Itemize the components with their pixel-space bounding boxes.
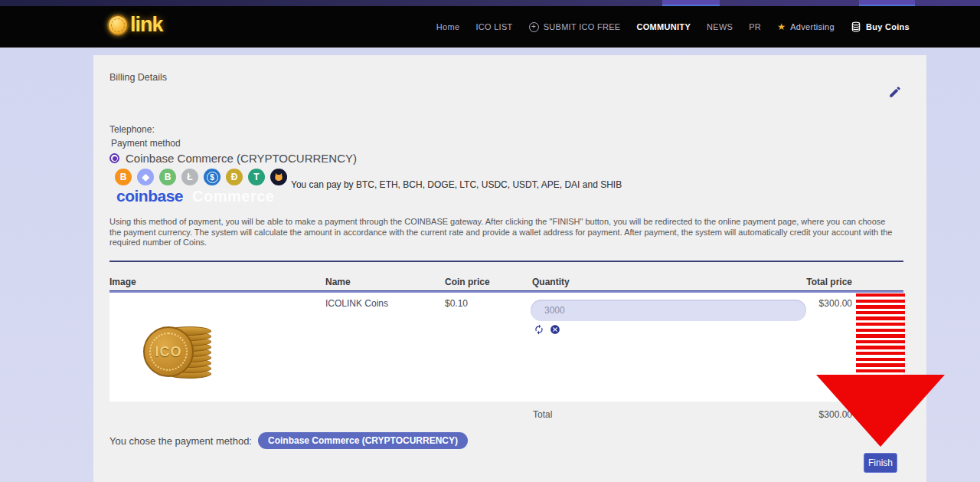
chose-method-text: You chose the payment method: [109,435,252,447]
eth-icon: ◆ [137,169,154,185]
col-header-image: Image [109,277,136,287]
star-icon: ★ [777,21,786,32]
coinbase-commerce-logo: coinbase Commerce [116,187,274,205]
nav-item-news[interactable]: NEWS [707,22,733,31]
payment-method-label: Payment method [111,138,181,149]
ltc-icon: Ł [181,169,198,185]
nav-item-submit-ico-free[interactable]: + SUBMIT ICO FREE [529,22,621,32]
refresh-icon[interactable] [534,324,544,335]
annotation-arrow-head [816,375,945,447]
coins-stack-icon [851,21,861,32]
radio-selected-icon[interactable] [109,153,119,163]
usdc-icon: $ [204,169,220,185]
shib-icon [270,169,287,185]
col-header-coin-price: Coin price [445,277,490,287]
commerce-wordmark: Commerce [192,188,274,205]
product-coin-image: ICO [143,322,216,382]
finish-button[interactable]: Finish [864,453,897,473]
annotation-arrow-shaft [856,293,905,375]
table-top-divider [109,261,903,262]
col-header-total-price: Total price [782,277,852,287]
nav-item-pr[interactable]: PR [749,22,761,31]
billing-card: Billing Details Telephone: Payment metho… [93,55,926,482]
row-total-price: $300.00 [782,298,852,309]
nav-item-ico-list[interactable]: ICO LIST [475,22,512,31]
top-navbar: link Home ICO LIST + SUBMIT ICO FREE COM… [0,6,980,48]
coinbase-wordmark: coinbase [116,187,183,205]
active-tab-indicator-community [662,0,720,6]
doge-icon: Đ [226,169,243,185]
remove-x-circle-icon[interactable] [550,324,560,335]
top-accent-stripe [0,0,980,6]
payment-method-option[interactable]: Coinbase Commerce (CRYPTOCURRENCY) [109,152,357,165]
logo-coin-icon [107,15,129,36]
total-label: Total [533,409,552,420]
nav-item-buy-coins[interactable]: Buy Coins [851,21,910,32]
chosen-method-row: You chose the payment method: Coinbase C… [109,432,468,449]
nav-item-community[interactable]: COMMUNITY [637,22,691,31]
site-logo[interactable]: link [107,13,163,37]
method-badge: Coinbase Commerce (CRYPTOCURRENCY) [258,432,468,449]
accepted-coins-row: B ◆ B Ł $ Đ T [115,169,287,185]
btc-icon: B [115,169,132,185]
nav-menu: Home ICO LIST + SUBMIT ICO FREE COMMUNIT… [436,6,910,48]
usdt-icon: T [248,169,265,185]
pay-by-text: You can pay by BTC, ETH, BCH, DOGE, LTC,… [291,179,622,190]
quantity-input[interactable] [531,300,806,321]
row-name: ICOLINK Coins [325,298,388,309]
row-coin-price: $0.10 [445,298,468,309]
bch-icon: B [159,169,176,185]
nav-item-advertising[interactable]: ★ Advertising [777,21,835,32]
payment-description: Using this method of payment, you will b… [109,217,898,248]
col-header-quantity: Quantity [532,277,570,287]
col-header-name: Name [325,277,351,287]
front-coin-face: ICO [143,326,194,377]
active-tab-indicator-buy-coins [859,0,915,6]
page: link Home ICO LIST + SUBMIT ICO FREE COM… [0,0,980,482]
edit-pencil-icon[interactable] [888,85,902,99]
plus-circle-icon: + [529,22,539,32]
logo-text: link [130,13,163,37]
payment-method-name: Coinbase Commerce (CRYPTOCURRENCY) [126,152,357,165]
nav-item-home[interactable]: Home [436,22,460,31]
telephone-label: Telephone: [109,124,155,135]
page-title: Billing Details [109,72,167,83]
